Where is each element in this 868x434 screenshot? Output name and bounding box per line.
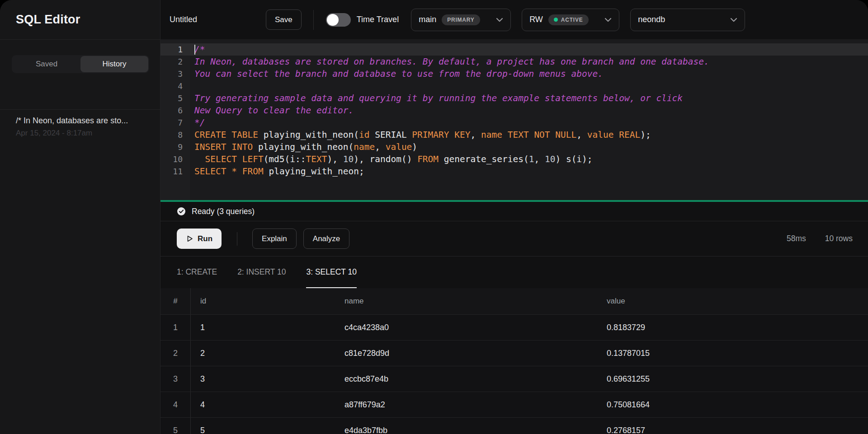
line-number: 6: [160, 104, 190, 117]
code-line-9[interactable]: 9INSERT INTO playing_with_neon(name, val…: [160, 141, 868, 153]
code-line-2[interactable]: 2In Neon, databases are stored on branch…: [160, 56, 868, 68]
code-plain: ), random(): [354, 154, 417, 164]
compute-dropdown[interactable]: RW ACTIVE: [522, 9, 619, 31]
code-plain: playing_with_neon(: [253, 142, 354, 152]
statusbar: Ready (3 queries): [160, 202, 868, 221]
cell-name: a87ff679a2: [344, 392, 607, 417]
cell-name: c4ca4238a0: [344, 315, 607, 340]
tab-history[interactable]: History: [80, 56, 148, 72]
analyze-button[interactable]: Analyze: [303, 229, 349, 249]
column-header-value: value: [607, 288, 868, 314]
query-duration: 58ms: [787, 234, 806, 243]
code-line-6[interactable]: 6New Query to clear the editor.: [160, 104, 868, 117]
results-header-row: # id name value: [160, 288, 868, 315]
code-number: 10: [545, 154, 555, 164]
code-comment: */: [194, 117, 205, 128]
active-badge: ACTIVE: [548, 14, 589, 25]
code-text: SELECT LEFT(md5(i::TEXT), 10), random() …: [194, 153, 593, 165]
chevron-down-icon: [730, 18, 737, 22]
history-item-date: Apr 15, 2024 - 8:17am: [16, 129, 149, 138]
database-dropdown[interactable]: neondb: [630, 9, 745, 31]
branch-dropdown[interactable]: main PRIMARY: [411, 9, 511, 31]
code-text: SELECT * FROM playing_with_neon;: [194, 165, 364, 177]
toggle-knob: [327, 14, 339, 26]
code-line-8[interactable]: 8CREATE TABLE playing_with_neon(id SERIA…: [160, 129, 868, 141]
sql-code-editor[interactable]: 1/*2In Neon, databases are stored on bra…: [160, 40, 868, 200]
line-number: 9: [160, 141, 190, 153]
code-keyword: name TEXT NOT NULL: [481, 130, 576, 140]
code-text: INSERT INTO playing_with_neon(name, valu…: [194, 141, 417, 153]
sql-editor-app: SQL Editor Saved History /* In Neon, dat…: [0, 0, 868, 434]
result-tabs: 1: CREATE 2: INSERT 10 3: SELECT 10: [160, 257, 868, 288]
branch-name: main: [419, 15, 436, 24]
code-line-7[interactable]: 7*/: [160, 117, 868, 129]
code-plain: [237, 166, 242, 177]
code-text: /*: [194, 43, 205, 56]
code-line-4[interactable]: 4: [160, 80, 868, 92]
code-plain: generate_series(: [439, 154, 529, 164]
code-plain: ,: [576, 130, 587, 140]
check-circle-icon: [177, 207, 186, 216]
history-list-item[interactable]: /* In Neon, databases are sto... Apr 15,…: [0, 110, 160, 144]
tab-result-select[interactable]: 3: SELECT 10: [306, 257, 357, 288]
run-button-label: Run: [198, 234, 212, 243]
toolbar-divider: [237, 232, 237, 246]
editor-cursor: [194, 45, 195, 55]
code-line-3[interactable]: 3You can select the branch and database …: [160, 68, 868, 80]
line-number: 3: [160, 68, 190, 80]
code-keyword: SELECT: [194, 166, 226, 177]
query-name[interactable]: Untitled: [170, 15, 197, 24]
code-plain: ),: [327, 154, 343, 164]
code-keyword: FROM: [242, 166, 264, 177]
code-text: CREATE TABLE playing_with_neon(id SERIAL…: [194, 129, 651, 141]
results-body: 11c4ca4238a00.818372922c81e728d9d0.13787…: [160, 315, 868, 434]
code-plain: SERIAL: [369, 130, 412, 140]
database-name: neondb: [638, 15, 665, 24]
cell-id: 2: [191, 341, 344, 366]
code-plain: ) s(i);: [555, 154, 592, 164]
line-number: 7: [160, 117, 190, 129]
line-number: 11: [160, 165, 190, 177]
main-panel: Untitled Save Time Travel main PRIMARY R…: [160, 0, 868, 434]
cell-value: 0.13787015: [607, 341, 868, 366]
cell-num: 2: [160, 341, 191, 366]
code-plain: [194, 154, 205, 164]
cell-num: 3: [160, 366, 191, 392]
code-keyword: id: [359, 130, 369, 140]
cell-id: 5: [191, 418, 344, 434]
code-line-1[interactable]: 1/*: [160, 43, 868, 56]
line-number: 1: [160, 43, 190, 56]
save-button[interactable]: Save: [266, 9, 302, 30]
results-table: # id name value 11c4ca4238a00.818372922c…: [160, 288, 868, 434]
time-travel-toggle[interactable]: [326, 13, 351, 27]
table-row: 22c81e728d9d0.13787015: [160, 341, 868, 366]
code-text: Try generating sample data and querying …: [194, 92, 683, 104]
table-row: 11c4ca4238a00.8183729: [160, 315, 868, 341]
code-keyword: value REAL: [587, 130, 640, 140]
code-plain: (md5(i::: [264, 154, 306, 164]
code-line-10[interactable]: 10 SELECT LEFT(md5(i::TEXT), 10), random…: [160, 153, 868, 165]
code-line-5[interactable]: 5Try generating sample data and querying…: [160, 92, 868, 104]
table-row: 33eccbc87e4b0.69631255: [160, 366, 868, 392]
tab-result-insert[interactable]: 2: INSERT 10: [237, 257, 286, 288]
chevron-down-icon: [604, 18, 612, 22]
code-keyword: SELECT LEFT: [205, 154, 263, 164]
query-row-count: 10 rows: [825, 234, 853, 243]
cell-id: 4: [191, 392, 344, 417]
compute-name: RW: [529, 15, 543, 24]
toolbar: Run Explain Analyze 58ms 10 rows: [160, 221, 868, 257]
line-number: 2: [160, 56, 190, 68]
column-header-rownum: #: [160, 288, 191, 314]
explain-button[interactable]: Explain: [252, 229, 297, 249]
tab-saved[interactable]: Saved: [13, 56, 80, 72]
code-plain: ,: [471, 130, 481, 140]
chevron-down-icon: [496, 18, 503, 22]
code-comment: /*: [194, 44, 205, 55]
tab-result-create[interactable]: 1: CREATE: [177, 257, 217, 288]
code-plain: [226, 166, 231, 177]
code-line-11[interactable]: 11SELECT * FROM playing_with_neon;: [160, 165, 868, 177]
run-button[interactable]: Run: [177, 229, 222, 249]
cell-name: c81e728d9d: [344, 341, 607, 366]
code-keyword: FROM: [417, 154, 439, 164]
topbar: Untitled Save Time Travel main PRIMARY R…: [160, 0, 868, 40]
